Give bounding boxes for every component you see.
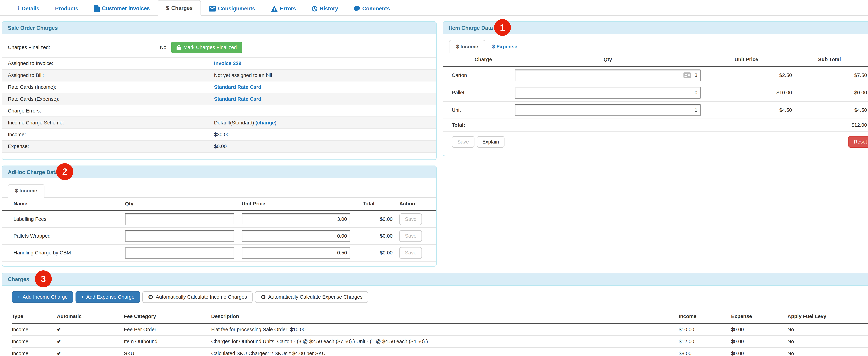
adhoc-unit-price-input[interactable] <box>242 230 350 242</box>
tab-customer-invoices[interactable]: Customer Invoices <box>86 2 158 15</box>
info-icon: i <box>18 5 20 12</box>
check-icon: ✔ <box>57 326 124 332</box>
adhoc-save-button[interactable]: Save <box>399 230 422 242</box>
step-badge-3: 3 <box>35 271 52 287</box>
gear-icon: ⚙ <box>260 295 266 300</box>
adhoc-save-button[interactable]: Save <box>399 213 422 225</box>
adhoc-row-handling-charge: Handling Charge by CBM $0.00 Save <box>2 245 436 261</box>
adhoc-total: $0.00 <box>359 250 393 256</box>
panel-title: Charges <box>8 276 29 282</box>
item-row-carton: Carton $2.50 $7.50 <box>443 67 868 84</box>
charge-row-fee-per-order: Income ✔ Fee Per Order Flat fee for proc… <box>12 324 868 336</box>
tab-errors[interactable]: Errors <box>263 2 304 15</box>
contact-card-icon <box>683 72 691 79</box>
check-icon: ✔ <box>57 351 124 356</box>
adhoc-tab-income[interactable]: $ Income <box>8 184 44 198</box>
rate-cards-expense-row: Rate Cards (Expense): Standard Rate Card <box>2 93 436 105</box>
gear-icon: ⚙ <box>148 295 153 300</box>
charge-row-sku: Income ✔ SKU Calculated SKU Charges: 2 S… <box>12 348 868 356</box>
charges-finalized-row: Charges Finalized: No Mark Charges Final… <box>2 38 436 58</box>
lock-icon <box>177 44 181 50</box>
sale-order-charges-panel: Sale Order Charges Charges Finalized: No… <box>2 21 437 160</box>
dollar-icon: $ <box>166 5 169 11</box>
adhoc-qty-input[interactable] <box>125 213 235 225</box>
adhoc-charge-data-header: AdHoc Charge Data 2 <box>2 166 436 178</box>
adhoc-qty-input[interactable] <box>125 247 235 259</box>
item-charge-data-header: Item Charge Data 1 <box>443 22 868 34</box>
adhoc-qty-input[interactable] <box>125 230 235 242</box>
invoice-link[interactable]: Invoice 229 <box>214 61 241 66</box>
tab-comments[interactable]: Comments <box>346 2 398 15</box>
item-total-row: Total: $12.00 <box>443 119 868 132</box>
mark-charges-finalized-button[interactable]: Mark Charges Finalized <box>171 42 243 54</box>
item-save-button[interactable]: Save <box>452 136 474 148</box>
income-row: Income: $30.00 <box>2 129 436 141</box>
tab-details[interactable]: i Details <box>10 2 47 15</box>
adhoc-unit-price-input[interactable] <box>242 247 350 259</box>
assigned-to-invoice-row: Assigned to Invoice: Invoice 229 <box>2 58 436 70</box>
adhoc-charge-data-panel: AdHoc Charge Data 2 $ Income Name Qty Un… <box>2 166 437 266</box>
adhoc-row-pallets-wrapped: Pallets Wrapped $0.00 Save <box>2 228 436 245</box>
check-icon: ✔ <box>57 339 124 345</box>
charge-errors-row: Charge Errors: <box>2 105 436 117</box>
charges-panel: Charges 3 + Add Income Charge + Add Expe… <box>2 273 868 356</box>
auto-calc-expense-button[interactable]: ⚙ Automatically Calculate Expense Charge… <box>255 291 368 303</box>
file-icon <box>94 5 100 12</box>
item-row-unit: Unit $4.50 $4.50 <box>443 102 868 119</box>
step-badge-1: 1 <box>494 19 511 36</box>
top-tab-bar: i Details Products Customer Invoices $ C… <box>0 0 868 16</box>
item-qty-input[interactable] <box>515 104 701 116</box>
item-qty-input[interactable] <box>515 70 701 81</box>
step-badge-2: 2 <box>56 163 73 180</box>
adhoc-table-header: Name Qty Unit Price Total Action <box>2 198 436 211</box>
tab-charges[interactable]: $ Charges <box>158 0 201 16</box>
panel-title: AdHoc Charge Data <box>8 169 58 175</box>
income-charge-scheme-row: Income Charge Scheme: Default(Standard) … <box>2 117 436 129</box>
charges-finalized-value: No <box>160 44 166 50</box>
assigned-to-bill-row: Assigned to Bill: Not yet assigned to an… <box>2 70 436 81</box>
envelope-icon <box>209 6 216 11</box>
tab-products[interactable]: Products <box>47 2 86 15</box>
rate-card-income-link[interactable]: Standard Rate Card <box>214 84 261 90</box>
charges-finalized-label: Charges Finalized: <box>8 44 160 50</box>
item-charge-table-header: Charge Qty Unit Price Sub Total <box>443 54 868 67</box>
item-row-pallet: Pallet $10.00 $0.00 <box>443 84 868 102</box>
adhoc-total: $0.00 <box>359 233 393 239</box>
panel-title: Item Charge Data <box>449 25 493 31</box>
charges-header: Charges 3 <box>2 273 868 286</box>
change-scheme-link[interactable]: (change) <box>255 120 277 126</box>
tab-consignments[interactable]: Consignments <box>201 2 263 15</box>
adhoc-total: $0.00 <box>359 216 393 222</box>
item-charge-data-panel: Item Charge Data 1 $ Income $ Expense Ch… <box>443 21 868 156</box>
item-tab-expense[interactable]: $ Expense <box>485 40 524 53</box>
charges-table-header: Type Automatic Fee Category Description … <box>12 310 868 324</box>
sale-order-charges-header: Sale Order Charges <box>2 22 436 34</box>
item-reset-button[interactable]: Reset <box>848 136 868 148</box>
item-tab-income[interactable]: $ Income <box>449 40 485 54</box>
add-income-charge-button[interactable]: + Add Income Charge <box>12 291 73 303</box>
adhoc-unit-price-input[interactable] <box>242 213 350 225</box>
plus-icon: + <box>81 294 84 300</box>
expense-row: Expense: $0.00 <box>2 141 436 152</box>
adhoc-tabs: $ Income <box>2 178 436 198</box>
clock-icon <box>312 6 317 11</box>
adhoc-save-button[interactable]: Save <box>399 247 422 259</box>
item-explain-button[interactable]: Explain <box>477 136 504 148</box>
rate-cards-income-row: Rate Cards (Income): Standard Rate Card <box>2 81 436 93</box>
item-charge-tabs: $ Income $ Expense <box>443 34 868 54</box>
comment-icon <box>354 6 360 11</box>
warning-icon <box>271 6 278 12</box>
item-qty-input[interactable] <box>515 87 701 99</box>
item-total-value: $12.00 <box>465 122 867 128</box>
panel-title: Sale Order Charges <box>8 25 58 31</box>
charge-row-item-outbound: Income ✔ Item Outbound Charges for Outbo… <box>12 336 868 348</box>
rate-card-expense-link[interactable]: Standard Rate Card <box>214 96 261 102</box>
tab-history[interactable]: History <box>304 2 346 15</box>
charges-table: Type Automatic Fee Category Description … <box>12 310 868 356</box>
plus-icon: + <box>18 294 20 300</box>
auto-calc-income-button[interactable]: ⚙ Automatically Calculate Income Charges <box>142 291 253 303</box>
add-expense-charge-button[interactable]: + Add Expense Charge <box>75 291 140 303</box>
adhoc-row-labelling-fees: Labelling Fees $0.00 Save <box>2 211 436 228</box>
